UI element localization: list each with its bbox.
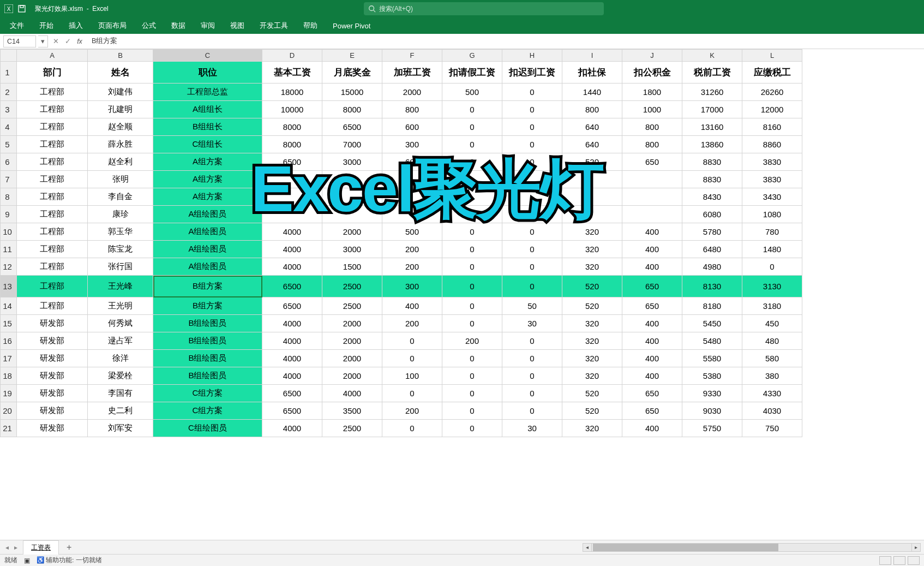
cell[interactable]: 4000 <box>262 223 322 241</box>
cell[interactable]: 0 <box>502 258 562 276</box>
cell[interactable]: A组方案 <box>153 188 262 206</box>
row-header[interactable]: 14 <box>1 297 17 315</box>
cell[interactable]: 1080 <box>742 206 802 223</box>
cell[interactable]: 工程部 <box>17 188 88 206</box>
cell[interactable]: 5480 <box>682 332 742 350</box>
select-all-corner[interactable] <box>1 50 17 62</box>
cell[interactable] <box>442 171 502 188</box>
cell[interactable]: 0 <box>442 223 502 241</box>
cell[interactable] <box>562 188 622 206</box>
cell[interactable]: 0 <box>502 350 562 367</box>
cell[interactable]: 500 <box>442 84 502 101</box>
header-cell[interactable]: 税前工资 <box>682 62 742 84</box>
cell[interactable]: 400 <box>622 420 682 437</box>
cell[interactable]: 6500 <box>262 153 322 171</box>
cell[interactable]: 400 <box>622 332 682 350</box>
cell[interactable]: A组绘图员 <box>153 258 262 276</box>
cell[interactable] <box>262 206 322 223</box>
cell[interactable]: 1440 <box>562 84 622 101</box>
cell[interactable]: 520 <box>562 297 622 315</box>
cell[interactable]: 4330 <box>742 385 802 402</box>
view-page-layout-icon[interactable] <box>893 556 905 565</box>
header-cell[interactable]: 扣社保 <box>562 62 622 84</box>
cell[interactable]: 2000 <box>382 84 442 101</box>
cell[interactable]: B组组长 <box>153 118 262 136</box>
cell[interactable]: 400 <box>622 367 682 385</box>
cell[interactable]: 3180 <box>742 297 802 315</box>
cell[interactable]: 工程部总监 <box>153 84 262 101</box>
row-header[interactable]: 20 <box>1 402 17 420</box>
cell[interactable]: 2000 <box>322 350 382 367</box>
cell[interactable]: 0 <box>442 385 502 402</box>
cell[interactable]: 工程部 <box>17 171 88 188</box>
cell[interactable]: 逯占军 <box>88 332 153 350</box>
cell[interactable]: 650 <box>622 297 682 315</box>
view-normal-icon[interactable] <box>879 556 891 565</box>
cell[interactable]: 0 <box>442 315 502 332</box>
row-header[interactable]: 13 <box>1 276 17 297</box>
cell[interactable]: 李国有 <box>88 385 153 402</box>
cell[interactable]: 6500 <box>262 276 322 297</box>
cell[interactable] <box>502 171 562 188</box>
name-box[interactable]: C14 <box>3 35 36 47</box>
column-header[interactable]: L <box>742 50 802 62</box>
cell[interactable]: B组绘图员 <box>153 367 262 385</box>
cell[interactable]: 0 <box>502 241 562 258</box>
cell[interactable]: 450 <box>742 315 802 332</box>
search-box[interactable]: 搜索(Alt+Q) <box>364 2 604 15</box>
cell[interactable]: 4000 <box>262 258 322 276</box>
cell[interactable]: 4030 <box>742 402 802 420</box>
cell[interactable]: 100 <box>382 367 442 385</box>
column-header[interactable]: C <box>153 50 262 62</box>
macro-record-icon[interactable]: ▣ <box>24 557 30 564</box>
cell[interactable]: 0 <box>382 350 442 367</box>
cell[interactable]: C组方案 <box>153 385 262 402</box>
cell[interactable]: C组绘图员 <box>153 420 262 437</box>
row-header[interactable]: 19 <box>1 385 17 402</box>
cell[interactable] <box>382 188 442 206</box>
ribbon-tab[interactable]: 数据 <box>164 17 193 34</box>
scroll-thumb[interactable] <box>593 544 778 551</box>
cell[interactable]: 2000 <box>322 332 382 350</box>
cell[interactable]: 张行国 <box>88 258 153 276</box>
cell[interactable]: 640 <box>562 136 622 153</box>
cell[interactable]: 0 <box>502 118 562 136</box>
row-header[interactable]: 6 <box>1 153 17 171</box>
cell[interactable]: 0 <box>442 350 502 367</box>
cell[interactable]: 1480 <box>742 241 802 258</box>
cell[interactable]: 0 <box>382 332 442 350</box>
cell[interactable] <box>622 206 682 223</box>
cell[interactable]: 400 <box>622 350 682 367</box>
column-header[interactable]: I <box>562 50 622 62</box>
cell[interactable] <box>382 206 442 223</box>
cell[interactable]: 3500 <box>322 402 382 420</box>
cell[interactable]: 8430 <box>682 188 742 206</box>
cell[interactable]: 800 <box>562 101 622 118</box>
header-cell[interactable]: 月底奖金 <box>322 62 382 84</box>
cell[interactable]: 300 <box>382 136 442 153</box>
fx-icon[interactable]: fx <box>75 38 84 45</box>
header-cell[interactable]: 应缴税工 <box>742 62 802 84</box>
cell[interactable]: 26260 <box>742 84 802 101</box>
cell[interactable]: 320 <box>562 258 622 276</box>
cell[interactable]: 520 <box>562 385 622 402</box>
cell[interactable]: 8160 <box>742 118 802 136</box>
cell[interactable]: 李自金 <box>88 188 153 206</box>
cell[interactable]: 0 <box>442 420 502 437</box>
cell[interactable]: 工程部 <box>17 258 88 276</box>
add-sheet-button[interactable]: + <box>61 543 77 552</box>
cell[interactable]: 0 <box>502 332 562 350</box>
cell[interactable] <box>322 188 382 206</box>
cell[interactable]: 480 <box>742 332 802 350</box>
cell[interactable] <box>382 171 442 188</box>
cell[interactable]: 200 <box>382 315 442 332</box>
cell[interactable]: 520 <box>562 276 622 297</box>
row-header[interactable]: 4 <box>1 118 17 136</box>
cell[interactable]: 郭玉华 <box>88 223 153 241</box>
cell[interactable]: 5450 <box>682 315 742 332</box>
row-header[interactable]: 21 <box>1 420 17 437</box>
cell[interactable] <box>262 171 322 188</box>
column-header[interactable]: H <box>502 50 562 62</box>
header-cell[interactable]: 基本工资 <box>262 62 322 84</box>
cell[interactable]: 800 <box>622 136 682 153</box>
